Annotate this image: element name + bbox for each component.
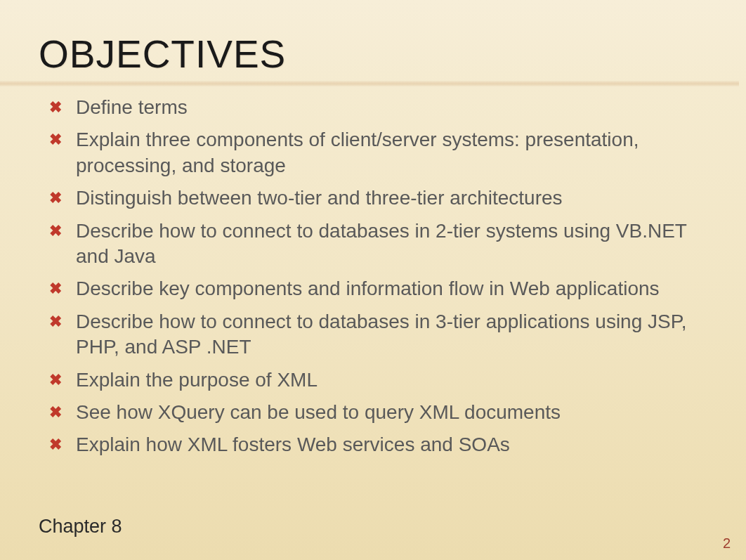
- list-item-text: Explain three components of client/serve…: [76, 127, 707, 178]
- x-bullet-icon: ✖: [49, 372, 62, 388]
- list-item: ✖ Explain three components of client/ser…: [39, 127, 707, 178]
- x-bullet-icon: ✖: [49, 405, 62, 420]
- list-item: ✖ Describe how to connect to databases i…: [39, 219, 707, 270]
- list-item-text: Describe key components and information …: [76, 276, 660, 301]
- x-bullet-icon: ✖: [49, 223, 62, 239]
- list-item: ✖ Define terms: [39, 95, 707, 120]
- list-item-text: Explain how XML fosters Web services and…: [76, 432, 510, 457]
- title-underline: [0, 81, 739, 86]
- list-item-text: Describe how to connect to databases in …: [76, 219, 707, 270]
- x-bullet-icon: ✖: [49, 190, 62, 206]
- objectives-list: ✖ Define terms ✖ Explain three component…: [39, 95, 707, 458]
- list-item: ✖ Explain the purpose of XML: [39, 367, 707, 393]
- slide-title: OBJECTIVES: [39, 32, 707, 77]
- page-number: 2: [723, 535, 731, 552]
- list-item-text: Describe how to connect to databases in …: [76, 309, 707, 360]
- slide-container: OBJECTIVES ✖ Define terms ✖ Explain thre…: [0, 0, 746, 560]
- chapter-label: Chapter 8: [39, 516, 122, 538]
- list-item-text: Distinguish between two-tier and three-t…: [76, 185, 563, 211]
- list-item: ✖ Describe how to connect to databases i…: [39, 309, 707, 360]
- list-item: ✖ Distinguish between two-tier and three…: [39, 185, 707, 211]
- list-item-text: Define terms: [76, 95, 188, 120]
- x-bullet-icon: ✖: [49, 437, 62, 452]
- x-bullet-icon: ✖: [49, 100, 62, 115]
- list-item: ✖ Explain how XML fosters Web services a…: [39, 432, 707, 457]
- list-item-text: Explain the purpose of XML: [76, 367, 318, 393]
- x-bullet-icon: ✖: [49, 314, 62, 330]
- list-item: ✖ Describe key components and informatio…: [39, 276, 707, 301]
- list-item-text: See how XQuery can be used to query XML …: [76, 400, 561, 425]
- list-item: ✖ See how XQuery can be used to query XM…: [39, 400, 707, 425]
- x-bullet-icon: ✖: [49, 281, 62, 297]
- x-bullet-icon: ✖: [49, 132, 62, 148]
